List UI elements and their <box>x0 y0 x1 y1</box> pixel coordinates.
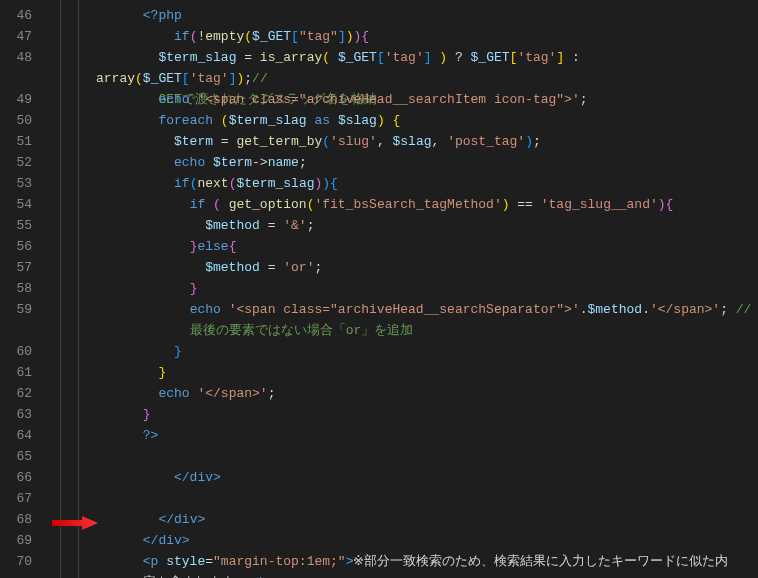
line-number: 49 <box>0 89 46 110</box>
code-line[interactable]: </div> <box>96 530 758 551</box>
line-number: 50 <box>0 110 46 131</box>
line-number: 63 <box>0 404 46 425</box>
code-line[interactable]: foreach ($term_slag as $slag) { <box>96 110 758 131</box>
code-line[interactable]: } <box>96 404 758 425</box>
line-number: 47 <box>0 26 46 47</box>
code-line[interactable]: echo '<span class="archiveHead__searchSe… <box>96 299 758 341</box>
code-line[interactable]: echo $term->name; <box>96 152 758 173</box>
code-editor[interactable]: 4647484950515253545556575859606162636465… <box>0 0 758 578</box>
line-number: 46 <box>0 5 46 26</box>
code-line[interactable]: } <box>96 278 758 299</box>
line-number: 55 <box>0 215 46 236</box>
code-line[interactable]: <?php <box>96 5 758 26</box>
line-number: 56 <box>0 236 46 257</box>
code-line[interactable]: </div> <box>96 467 758 488</box>
line-number: 53 <box>0 173 46 194</box>
code-line[interactable] <box>96 446 758 467</box>
line-number: 67 <box>0 488 46 509</box>
code-line[interactable]: if(!empty($_GET["tag"])){ <box>96 26 758 47</box>
line-number: 64 <box>0 425 46 446</box>
indent-guide-1 <box>60 0 78 578</box>
line-number: 66 <box>0 467 46 488</box>
line-number: 57 <box>0 257 46 278</box>
line-number: 69 <box>0 530 46 551</box>
code-line[interactable]: if ( get_option('fit_bsSearch_tagMethod'… <box>96 194 758 215</box>
line-number: 54 <box>0 194 46 215</box>
code-line[interactable]: if(next($term_slag)){ <box>96 173 758 194</box>
line-number: 58 <box>0 278 46 299</box>
code-line[interactable]: $term_slag = is_array( $_GET['tag'] ) ? … <box>96 47 758 89</box>
line-number: 68 <box>0 509 46 530</box>
line-number: 61 <box>0 362 46 383</box>
code-line[interactable]: echo '</span>'; <box>96 383 758 404</box>
code-line[interactable] <box>96 488 758 509</box>
highlight-arrow-icon <box>50 515 100 531</box>
line-number: 62 <box>0 383 46 404</box>
code-line[interactable]: }else{ <box>96 236 758 257</box>
code-content[interactable]: <?php if(!empty($_GET["tag"])){ $term_sl… <box>96 0 758 578</box>
code-line[interactable]: } <box>96 341 758 362</box>
code-line[interactable]: $method = '&'; <box>96 215 758 236</box>
code-line[interactable]: $term = get_term_by('slug', $slag, 'post… <box>96 131 758 152</box>
line-number: 59 <box>0 299 46 341</box>
code-line[interactable]: ?> <box>96 425 758 446</box>
line-number: 52 <box>0 152 46 173</box>
code-line[interactable]: echo '<span class="archiveHead__searchIt… <box>96 89 758 110</box>
line-number: 70 <box>0 551 46 578</box>
line-number-gutter: 4647484950515253545556575859606162636465… <box>0 0 46 578</box>
fold-column <box>46 0 60 578</box>
code-line[interactable]: } <box>96 362 758 383</box>
line-number: 48 <box>0 47 46 89</box>
code-line[interactable]: $method = 'or'; <box>96 257 758 278</box>
code-line[interactable]: <p style="margin-top:1em;">※部分一致検索のため、検索… <box>96 551 758 578</box>
code-line[interactable]: </div> <box>96 509 758 530</box>
line-number: 65 <box>0 446 46 467</box>
indent-guide-2 <box>78 0 96 578</box>
line-number: 51 <box>0 131 46 152</box>
line-number: 60 <box>0 341 46 362</box>
